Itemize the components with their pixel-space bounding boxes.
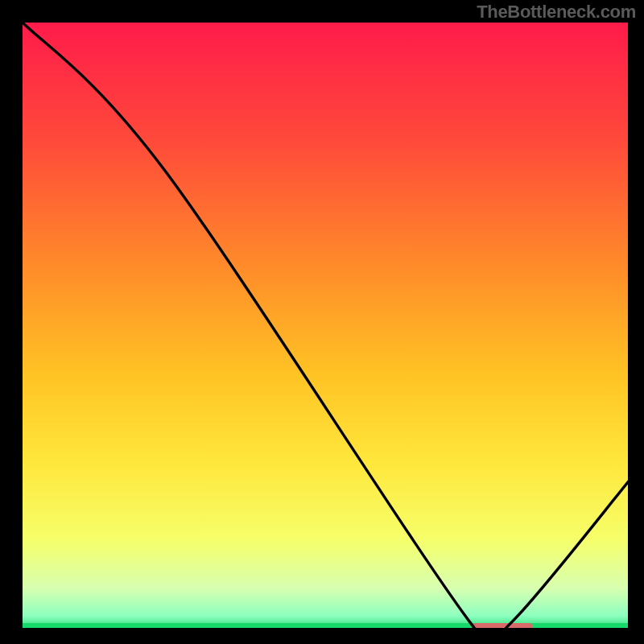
watermark-text: TheBottleneck.com bbox=[477, 2, 636, 23]
plot-frame bbox=[19, 19, 631, 631]
bottleneck-curve bbox=[19, 19, 631, 631]
curve-path bbox=[19, 19, 631, 631]
